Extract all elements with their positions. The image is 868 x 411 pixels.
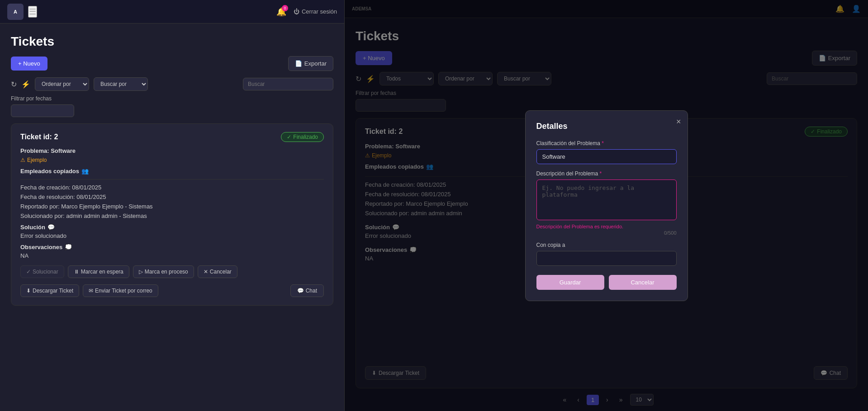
search-by-select[interactable]: Buscar por (94, 77, 148, 91)
problema-label: Problema: Software (20, 147, 76, 154)
reportado-por: Reportado por: Marco Ejemplo Ejemplo - S… (20, 203, 324, 210)
ticket-divider (20, 179, 324, 180)
clasificacion-required: * (602, 140, 604, 146)
chat-button[interactable]: 💬 Chat (290, 284, 324, 297)
cancelar-modal-button[interactable]: Cancelar (609, 275, 677, 290)
modal-title: Detalles (536, 122, 677, 131)
fecha-resolucion: Fecha de resolución: 08/01/2025 (20, 194, 324, 200)
fecha-creacion: Fecha de creación: 08/01/2025 (20, 184, 324, 191)
copia-label: Con copia a (536, 242, 677, 248)
ticket-bottom-buttons: ⬇ Descargar Ticket ✉ Enviar Ticket por c… (20, 284, 324, 297)
ticket-action-buttons: ✓ Solucionar ⏸ Marcar en espera ▷ Marca … (20, 265, 324, 278)
enviar-correo-button[interactable]: ✉ Enviar Ticket por correo (83, 284, 158, 297)
left-panel: A ☰ 🔔 0 ⏻ Cerrar sesión Tickets + Nuevo … (0, 0, 345, 411)
action-bar: + Nuevo 📄 Exportar (11, 56, 333, 71)
date-filter-section: Filtrar por fechas (11, 95, 333, 123)
descripcion-label: Descripción del Problema * (536, 170, 677, 177)
power-icon: ⏻ (294, 8, 299, 15)
solucion-section-label: Solución 💬 (20, 224, 324, 231)
copia-input[interactable] (536, 251, 677, 266)
descripcion-required: * (600, 170, 602, 177)
email-icon: ✉ (89, 288, 93, 294)
modal-overlay: Detalles × Clasificación del Problema * … (345, 0, 868, 411)
right-panel: ADEMSA 🔔 👤 Tickets + Nuevo 📄 Exportar ↻ … (345, 0, 868, 411)
solucionar-button[interactable]: ✓ Solucionar (20, 265, 64, 278)
filter-icon-button[interactable]: ⚡ (21, 80, 30, 89)
solucion-text: Error solucionado (20, 232, 324, 239)
top-bar-right: 🔔 0 ⏻ Cerrar sesión (276, 7, 337, 17)
order-by-select[interactable]: Ordenar por (35, 77, 89, 91)
logo: A (7, 4, 24, 20)
modal-close-button[interactable]: × (676, 117, 681, 127)
guardar-button[interactable]: Guardar (536, 275, 604, 290)
notification-badge: 0 (282, 5, 288, 11)
solucionado-por: Solucionado por: admin admin admin - Sis… (20, 213, 324, 219)
clasificacion-label: Clasificación del Problema * (536, 140, 677, 146)
observaciones-text: NA (20, 252, 324, 259)
warning-icon: ⚠ (20, 157, 25, 163)
logout-button[interactable]: ⏻ Cerrar sesión (294, 8, 337, 15)
check-icon: ✓ (287, 134, 291, 140)
descripcion-error: Descripción del Problema es requerido. (536, 224, 677, 229)
ticket-id: Ticket id: 2 (20, 133, 58, 141)
ticket-problema: Problema: Software (20, 147, 324, 154)
ticket-ejemplo: ⚠ Ejemplo (20, 157, 324, 163)
comment-icon: 💭 (65, 244, 72, 250)
char-count: 0/500 (536, 230, 677, 236)
check-small-icon: ✓ (26, 269, 31, 275)
marca-proceso-button[interactable]: ▷ Marca en proceso (133, 265, 194, 278)
chat-icon: 💬 (297, 288, 304, 294)
notification-button[interactable]: 🔔 0 (276, 7, 286, 17)
refresh-button[interactable]: ↻ (11, 80, 17, 89)
clasificacion-select[interactable]: Software (536, 149, 677, 164)
hamburger-button[interactable]: ☰ (28, 6, 37, 18)
top-bar-left: A ☰ (7, 4, 37, 20)
ticket-header: Ticket id: 2 ✓ Finalizado (20, 132, 324, 142)
filter-bar: ↻ ⚡ Ordenar por Buscar por (11, 77, 333, 91)
date-filter-label: Filtrar por fechas (11, 95, 333, 102)
descripcion-textarea[interactable] (536, 180, 677, 220)
top-bar: A ☰ 🔔 0 ⏻ Cerrar sesión (0, 0, 344, 24)
descargar-ticket-button[interactable]: ⬇ Descargar Ticket (20, 284, 79, 297)
download-icon: ⬇ (26, 288, 31, 294)
detalles-modal: Detalles × Clasificación del Problema * … (525, 110, 688, 301)
observaciones-section-label: Observaciones 💭 (20, 244, 324, 250)
left-page-content: Tickets + Nuevo 📄 Exportar ↻ ⚡ Ordenar p… (0, 24, 344, 411)
ticket-status-badge: ✓ Finalizado (281, 132, 324, 142)
logout-label: Cerrar sesión (302, 8, 337, 15)
pause-icon: ⏸ (74, 269, 79, 275)
export-icon: 📄 (295, 60, 302, 67)
nuevo-button[interactable]: + Nuevo (11, 57, 47, 71)
search-input[interactable] (243, 78, 333, 90)
ticket-card: Ticket id: 2 ✓ Finalizado Problema: Soft… (11, 123, 333, 306)
page-title: Tickets (11, 34, 333, 49)
marcar-espera-button[interactable]: ⏸ Marcar en espera (68, 265, 129, 278)
exportar-button[interactable]: 📄 Exportar (288, 56, 333, 71)
play-icon: ▷ (139, 269, 143, 275)
exportar-label: Exportar (304, 60, 327, 67)
employees-icon: 👥 (81, 168, 89, 175)
cancelar-ticket-button[interactable]: ✕ Cancelar (198, 265, 237, 278)
x-icon: ✕ (204, 269, 208, 275)
chat-bubble-icon: 💬 (47, 224, 55, 231)
date-input[interactable] (11, 104, 74, 117)
empleados-label: Empleados copiados 👥 (20, 168, 324, 175)
modal-buttons: Guardar Cancelar (536, 275, 677, 290)
